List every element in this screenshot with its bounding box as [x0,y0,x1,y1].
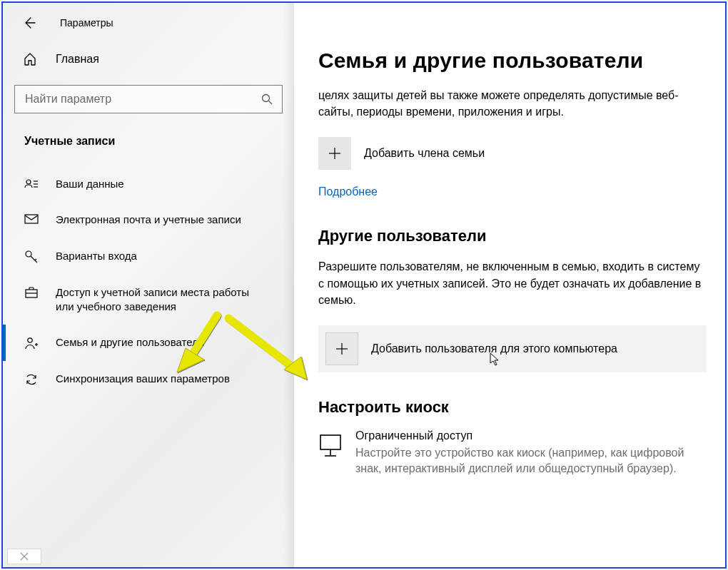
sidebar-item-family-other[interactable]: Семья и другие пользователи [3,325,294,361]
sidebar-item-email-accounts[interactable]: Электронная почта и учетные записи [3,202,294,238]
svg-line-1 [269,101,273,105]
mail-icon [24,213,40,225]
sidebar-item-label: Варианты входа [56,249,137,263]
main-content: Семья и другие пользователи целях защиты… [294,3,725,567]
other-users-desc: Разрешите пользователям, не включенным в… [318,258,707,308]
home-icon [23,52,40,66]
svg-point-0 [263,95,270,102]
sync-icon [24,372,40,387]
sidebar-item-work-access[interactable]: Доступ к учетной записи места работы или… [3,275,294,325]
plus-icon [318,137,351,170]
home-label: Главная [56,53,99,66]
briefcase-icon [24,286,40,299]
sidebar-item-label: Семья и другие пользователи [56,335,204,350]
kiosk-heading: Настроить киоск [318,398,707,417]
kiosk-item-title: Ограниченный доступ [355,429,702,442]
section-title: Учетные записи [3,113,294,158]
plus-icon [325,332,358,365]
more-link[interactable]: Подробнее [318,185,378,198]
close-icon [19,551,29,561]
add-family-member[interactable]: Добавить члена семьи [318,137,707,170]
search-input[interactable] [25,93,261,106]
sidebar: Параметры Главная Учетные записи Ваши [3,3,294,567]
svg-line-9 [35,259,36,260]
svg-rect-6 [25,215,38,223]
app-title: Параметры [60,17,113,29]
close-button[interactable] [7,549,41,564]
other-users-heading: Другие пользователи [318,227,707,245]
svg-rect-21 [320,435,340,449]
kiosk-icon [318,429,343,462]
svg-point-12 [28,338,32,342]
kiosk-assigned-access[interactable]: Ограниченный доступ Настройте это устрой… [318,429,707,477]
back-button[interactable] [23,16,36,29]
sidebar-item-your-info[interactable]: Ваши данные [3,166,294,202]
sidebar-nav: Ваши данные Электронная почта и учетные … [3,158,294,397]
person-card-icon [24,178,40,190]
home-nav[interactable]: Главная [3,42,294,76]
page-title: Семья и другие пользователи [318,49,707,73]
sidebar-item-label: Ваши данные [56,177,124,191]
sidebar-item-signin-options[interactable]: Варианты входа [3,238,294,275]
add-other-user[interactable]: Добавить пользователя для этого компьюте… [318,325,707,372]
family-desc: целях защиты детей вы также можете опред… [318,87,707,120]
sidebar-item-label: Синхронизация ваших параметров [56,372,230,386]
search-icon [261,93,273,106]
add-family-label: Добавить члена семьи [364,147,485,160]
svg-point-7 [26,251,31,257]
key-icon [24,250,40,264]
sidebar-item-label: Доступ к учетной записи места работы или… [56,285,270,315]
person-plus-icon [24,336,40,350]
kiosk-item-desc: Настройте это устройство как киоск (напр… [355,445,702,477]
search-box[interactable] [14,85,283,113]
cursor-icon [490,352,501,367]
sidebar-item-label: Электронная почта и учетные записи [56,213,241,227]
svg-point-2 [26,180,31,184]
sidebar-item-sync[interactable]: Синхронизация ваших параметров [3,361,294,397]
